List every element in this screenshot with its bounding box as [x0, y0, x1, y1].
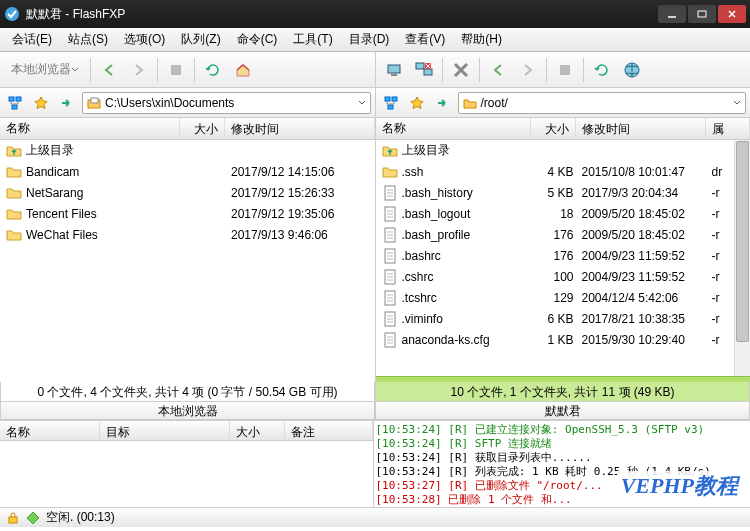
col-name[interactable]: 名称 [376, 118, 531, 139]
q-col-size[interactable]: 大小 [230, 421, 285, 440]
menu-session[interactable]: 会话(E) [4, 28, 60, 51]
pane-right: 名称 大小 修改时间 属 上级目录 .ssh4 KB2015/10/8 10:0… [376, 118, 751, 382]
arrow-left-icon [490, 62, 506, 78]
svg-rect-18 [16, 97, 21, 101]
sub-right: 默默君 [375, 402, 750, 420]
svg-rect-15 [560, 65, 570, 75]
disconnect-button[interactable] [410, 56, 438, 84]
star-icon [34, 96, 48, 110]
svg-rect-7 [391, 74, 397, 76]
col-date[interactable]: 修改时间 [225, 118, 375, 139]
menu-directory[interactable]: 目录(D) [341, 28, 398, 51]
queue-headers: 名称 目标 大小 备注 [0, 421, 373, 441]
svg-rect-21 [91, 98, 98, 103]
transfer-button-r[interactable] [432, 92, 454, 114]
menu-queue[interactable]: 队列(Z) [173, 28, 228, 51]
log-pane[interactable]: [10:53:24] [R] 已建立连接对象: OpenSSH_5.3 (SFT… [374, 421, 751, 507]
list-item[interactable]: .ssh4 KB2015/10/8 10:01:47dr [376, 161, 751, 182]
menu-bar: 会话(E) 站点(S) 选项(O) 队列(Z) 命令(C) 工具(T) 目录(D… [0, 28, 750, 52]
path-row: C:\Users\xin\Documents /root/ [0, 88, 750, 118]
chevron-down-icon [71, 66, 79, 74]
menu-sites[interactable]: 站点(S) [60, 28, 116, 51]
arrow-right-icon [131, 62, 147, 78]
q-col-remark[interactable]: 备注 [285, 421, 373, 440]
path-input-right[interactable]: /root/ [458, 92, 747, 114]
col-date[interactable]: 修改时间 [576, 118, 706, 139]
list-item[interactable]: .bash_profile1762009/5/20 18:45:02-r [376, 224, 751, 245]
list-item[interactable]: WeChat Files2017/9/13 9:46:06 [0, 224, 375, 245]
col-name[interactable]: 名称 [0, 118, 180, 139]
log-line: [10:53:24] [R] 获取目录列表中...... [376, 451, 749, 465]
path-text-right: /root/ [481, 96, 508, 110]
forward-button-r[interactable] [514, 56, 542, 84]
menu-help[interactable]: 帮助(H) [453, 28, 510, 51]
back-button-r[interactable] [484, 56, 512, 84]
svg-rect-57 [9, 517, 17, 523]
list-item[interactable]: .viminfo6 KB2017/8/21 10:38:35-r [376, 308, 751, 329]
path-input-left[interactable]: C:\Users\xin\Documents [82, 92, 371, 114]
abort-button[interactable] [447, 56, 475, 84]
q-col-name[interactable]: 名称 [0, 421, 100, 440]
menu-tools[interactable]: 工具(T) [285, 28, 340, 51]
list-item[interactable]: .bash_logout182009/5/20 18:45:02-r [376, 203, 751, 224]
col-attr[interactable]: 属 [706, 118, 751, 139]
transfer-button[interactable] [56, 92, 78, 114]
svg-rect-8 [416, 63, 424, 69]
refresh-button-r[interactable] [588, 56, 616, 84]
toolbar-left: 本地浏览器 [0, 52, 375, 87]
list-item[interactable]: NetSarang2017/9/12 15:26:33 [0, 182, 375, 203]
col-size[interactable]: 大小 [180, 118, 225, 139]
up-dir[interactable]: 上级目录 [376, 140, 751, 161]
list-item[interactable]: Tencent Files2017/9/12 19:35:06 [0, 203, 375, 224]
svg-rect-17 [9, 97, 14, 101]
menu-view[interactable]: 查看(V) [397, 28, 453, 51]
forward-button[interactable] [125, 56, 153, 84]
svg-rect-23 [392, 97, 397, 101]
scrollbar[interactable] [734, 140, 750, 376]
log-line: [10:53:24] [R] SFTP 连接就绪 [376, 437, 749, 451]
minimize-button[interactable] [658, 5, 686, 23]
globe-button[interactable] [618, 56, 646, 84]
svg-point-0 [5, 7, 19, 21]
computer-icon-button[interactable] [380, 56, 408, 84]
menu-options[interactable]: 选项(O) [116, 28, 173, 51]
tree-button[interactable] [4, 92, 26, 114]
diamond-icon [26, 511, 40, 525]
path-text-left: C:\Users\xin\Documents [105, 96, 234, 110]
q-col-target[interactable]: 目标 [100, 421, 230, 440]
tree-icon [384, 96, 398, 110]
list-item[interactable]: Bandicam2017/9/12 14:15:06 [0, 161, 375, 182]
stop-button[interactable] [162, 56, 190, 84]
scroll-thumb[interactable] [736, 141, 749, 342]
file-list-right[interactable]: 上级目录 .ssh4 KB2015/10/8 10:01:47dr.bash_h… [376, 140, 751, 376]
col-size[interactable]: 大小 [531, 118, 576, 139]
svg-rect-9 [424, 69, 432, 75]
home-icon [234, 61, 252, 79]
bottom-split: 名称 目标 大小 备注 [10:53:24] [R] 已建立连接对象: Open… [0, 420, 750, 507]
favorite-button-r[interactable] [406, 92, 428, 114]
menu-commands[interactable]: 命令(C) [229, 28, 286, 51]
close-button[interactable] [718, 5, 746, 23]
file-list-left[interactable]: 上级目录Bandicam2017/9/12 14:15:06NetSarang2… [0, 140, 375, 382]
tree-button-r[interactable] [380, 92, 402, 114]
list-item[interactable]: .tcshrc1292004/12/4 5:42:06-r [376, 287, 751, 308]
status-right: 10 个文件, 1 个文件夹, 共计 11 项 (49 KB) [375, 382, 750, 402]
toolbar-row: 本地浏览器 [0, 52, 750, 88]
back-button[interactable] [95, 56, 123, 84]
local-browser-label[interactable]: 本地浏览器 [4, 56, 86, 84]
refresh-icon [594, 62, 610, 78]
headers-right: 名称 大小 修改时间 属 [376, 118, 751, 140]
home-button[interactable] [229, 56, 257, 84]
svg-rect-6 [388, 65, 400, 73]
favorite-button[interactable] [30, 92, 52, 114]
up-dir[interactable]: 上级目录 [0, 140, 375, 161]
refresh-button[interactable] [199, 56, 227, 84]
title-bar: 默默君 - FlashFXP [0, 0, 750, 28]
folder-docs-icon [87, 96, 101, 110]
list-item[interactable]: .bashrc1762004/9/23 11:59:52-r [376, 245, 751, 266]
list-item[interactable]: .cshrc1002004/9/23 11:59:52-r [376, 266, 751, 287]
list-item[interactable]: .bash_history5 KB2017/9/3 20:04:34-r [376, 182, 751, 203]
list-item[interactable]: anaconda-ks.cfg1 KB2015/9/30 10:29:40-r [376, 329, 751, 350]
maximize-button[interactable] [688, 5, 716, 23]
stop-button-r[interactable] [551, 56, 579, 84]
